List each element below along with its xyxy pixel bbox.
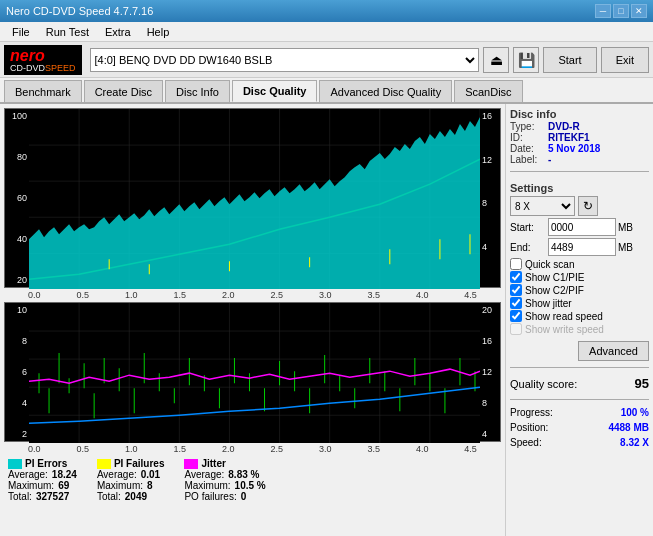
quality-score-label: Quality score: bbox=[510, 378, 577, 390]
show-read-speed-checkbox[interactable] bbox=[510, 310, 522, 322]
start-unit: MB bbox=[618, 222, 633, 233]
pi-failures-color bbox=[97, 459, 111, 469]
show-read-speed-label: Show read speed bbox=[525, 311, 603, 322]
main-content: 100 80 60 40 20 16 12 8 4 bbox=[0, 104, 653, 536]
show-c1pie-label: Show C1/PIE bbox=[525, 272, 584, 283]
disc-date-row: Date: 5 Nov 2018 bbox=[510, 143, 649, 154]
y-axis-left-top: 100 80 60 40 20 bbox=[5, 109, 29, 287]
legend-area: PI Errors Average: 18.24 Maximum: 69 Tot… bbox=[4, 456, 501, 504]
top-chart-svg bbox=[29, 109, 480, 289]
chart-area: 100 80 60 40 20 16 12 8 4 bbox=[0, 104, 505, 536]
tab-disc-info[interactable]: Disc Info bbox=[165, 80, 230, 102]
end-input[interactable] bbox=[548, 238, 616, 256]
title-bar: Nero CD-DVD Speed 4.7.7.16 ─ □ ✕ bbox=[0, 0, 653, 22]
disc-label-value: - bbox=[548, 154, 551, 165]
po-failures-label: PO failures: bbox=[184, 491, 236, 502]
legend-pi-failures: PI Failures Average: 0.01 Maximum: 8 Tot… bbox=[97, 458, 165, 502]
jitter-avg-value: 8.83 % bbox=[228, 469, 259, 480]
disc-label-row: Label: - bbox=[510, 154, 649, 165]
y-axis-right-bottom: 20 16 12 8 4 bbox=[480, 303, 500, 441]
speed-label: Speed: bbox=[510, 437, 542, 448]
bottom-chart: 10 8 6 4 2 20 16 12 8 4 bbox=[4, 302, 501, 442]
eject-button[interactable]: ⏏ bbox=[483, 47, 509, 73]
disc-id-row: ID: RITEKF1 bbox=[510, 132, 649, 143]
bottom-chart-svg bbox=[29, 303, 480, 443]
menu-file[interactable]: File bbox=[4, 24, 38, 40]
pi-failures-total-label: Total: bbox=[97, 491, 121, 502]
position-value: 4488 MB bbox=[608, 422, 649, 433]
progress-row: Progress: 100 % bbox=[510, 407, 649, 418]
pi-errors-avg-value: 18.24 bbox=[52, 469, 77, 480]
tab-advanced-disc-quality[interactable]: Advanced Disc Quality bbox=[319, 80, 452, 102]
advanced-button[interactable]: Advanced bbox=[578, 341, 649, 361]
disc-type-label: Type: bbox=[510, 121, 548, 132]
show-read-speed-row: Show read speed bbox=[510, 310, 649, 322]
minimize-button[interactable]: ─ bbox=[595, 4, 611, 18]
show-write-speed-checkbox[interactable] bbox=[510, 323, 522, 335]
show-jitter-checkbox[interactable] bbox=[510, 297, 522, 309]
menu-help[interactable]: Help bbox=[139, 24, 178, 40]
show-c2pif-checkbox[interactable] bbox=[510, 284, 522, 296]
pi-errors-max-value: 69 bbox=[58, 480, 69, 491]
start-input[interactable] bbox=[548, 218, 616, 236]
save-button[interactable]: 💾 bbox=[513, 47, 539, 73]
pi-errors-max-label: Maximum: bbox=[8, 480, 54, 491]
show-write-speed-label: Show write speed bbox=[525, 324, 604, 335]
disc-type-row: Type: DVD-R bbox=[510, 121, 649, 132]
refresh-button[interactable]: ↻ bbox=[578, 196, 598, 216]
right-panel: Disc info Type: DVD-R ID: RITEKF1 Date: … bbox=[505, 104, 653, 536]
quick-scan-row: Quick scan bbox=[510, 258, 649, 270]
title-text: Nero CD-DVD Speed 4.7.7.16 bbox=[6, 5, 153, 17]
tab-benchmark[interactable]: Benchmark bbox=[4, 80, 82, 102]
tab-create-disc[interactable]: Create Disc bbox=[84, 80, 163, 102]
speed-select[interactable]: 8 X bbox=[510, 196, 575, 216]
divider-1 bbox=[510, 171, 649, 172]
speed-value: 8.32 X bbox=[620, 437, 649, 448]
tab-scan-disc[interactable]: ScanDisc bbox=[454, 80, 522, 102]
quick-scan-checkbox[interactable] bbox=[510, 258, 522, 270]
end-unit: MB bbox=[618, 242, 633, 253]
disc-date-label: Date: bbox=[510, 143, 548, 154]
logo: nero CD-DVDSPEED bbox=[4, 45, 82, 75]
show-write-speed-row: Show write speed bbox=[510, 323, 649, 335]
start-row: Start: MB bbox=[510, 218, 649, 236]
jitter-max-label: Maximum: bbox=[184, 480, 230, 491]
legend-jitter: Jitter Average: 8.83 % Maximum: 10.5 % P… bbox=[184, 458, 265, 502]
show-c2pif-row: Show C2/PIF bbox=[510, 284, 649, 296]
quality-score-row: Quality score: 95 bbox=[510, 376, 649, 391]
pi-failures-avg-label: Average: bbox=[97, 469, 137, 480]
exit-button[interactable]: Exit bbox=[601, 47, 649, 73]
menu-run-test[interactable]: Run Test bbox=[38, 24, 97, 40]
tabs: Benchmark Create Disc Disc Info Disc Qua… bbox=[0, 78, 653, 104]
show-jitter-label: Show jitter bbox=[525, 298, 572, 309]
pi-failures-avg-value: 0.01 bbox=[141, 469, 160, 480]
top-chart: 100 80 60 40 20 16 12 8 4 bbox=[4, 108, 501, 288]
jitter-max-value: 10.5 % bbox=[235, 480, 266, 491]
menu-bar: File Run Test Extra Help bbox=[0, 22, 653, 42]
pi-errors-label: PI Errors bbox=[25, 458, 67, 469]
drive-select[interactable]: [4:0] BENQ DVD DD DW1640 BSLB bbox=[90, 48, 480, 72]
legend-pi-errors: PI Errors Average: 18.24 Maximum: 69 Tot… bbox=[8, 458, 77, 502]
title-buttons: ─ □ ✕ bbox=[595, 4, 647, 18]
progress-label: Progress: bbox=[510, 407, 553, 418]
quality-score-value: 95 bbox=[635, 376, 649, 391]
quick-scan-label: Quick scan bbox=[525, 259, 574, 270]
divider-2 bbox=[510, 367, 649, 368]
end-row: End: MB bbox=[510, 238, 649, 256]
pi-failures-max-value: 8 bbox=[147, 480, 153, 491]
disc-info-title: Disc info bbox=[510, 108, 649, 120]
menu-extra[interactable]: Extra bbox=[97, 24, 139, 40]
pi-errors-total-value: 327527 bbox=[36, 491, 69, 502]
speed-row-progress: Speed: 8.32 X bbox=[510, 437, 649, 448]
x-axis-top: 0.0 0.5 1.0 1.5 2.0 2.5 3.0 3.5 4.0 4.5 bbox=[4, 290, 501, 300]
tab-disc-quality[interactable]: Disc Quality bbox=[232, 80, 318, 102]
speed-row: 8 X ↻ bbox=[510, 196, 649, 216]
jitter-color bbox=[184, 459, 198, 469]
close-button[interactable]: ✕ bbox=[631, 4, 647, 18]
start-button[interactable]: Start bbox=[543, 47, 596, 73]
pi-failures-label: PI Failures bbox=[114, 458, 165, 469]
maximize-button[interactable]: □ bbox=[613, 4, 629, 18]
show-c1pie-checkbox[interactable] bbox=[510, 271, 522, 283]
position-row: Position: 4488 MB bbox=[510, 422, 649, 433]
toolbar: nero CD-DVDSPEED [4:0] BENQ DVD DD DW164… bbox=[0, 42, 653, 78]
